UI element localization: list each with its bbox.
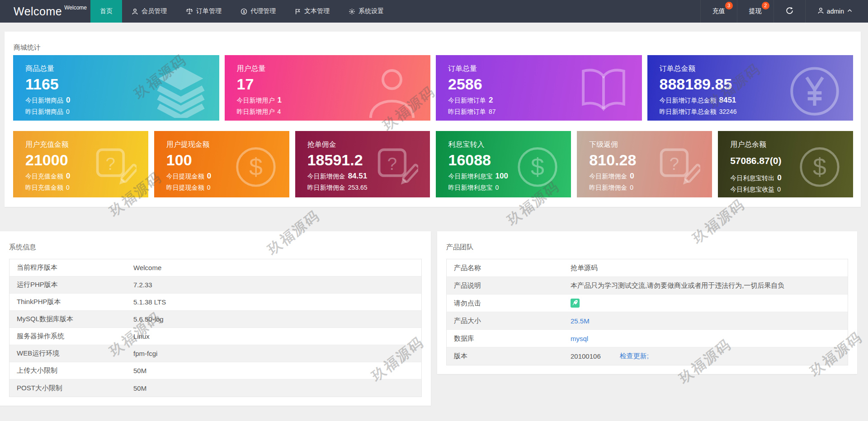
product-team-panel: 产品团队 产品名称 抢单源码产品说明 本产品只为学习测试交流,请勿要做商业或者用… — [437, 231, 857, 374]
dollar-circle-icon: $ — [798, 145, 841, 188]
row-value: 5.6.50-log — [133, 315, 421, 323]
stat-card: 用户总余额57086.87(0)今日利息宝转出0今日利息宝收益0 $ — [718, 131, 853, 197]
help-edit-icon: ? — [375, 145, 418, 188]
admin-menu[interactable]: admin — [805, 0, 868, 23]
recharge-badge: 3 — [725, 2, 733, 9]
stat-card-line-value: 0 — [777, 186, 781, 193]
row-value: 抢单源码 — [571, 264, 598, 272]
nav-item-agents[interactable]: $代理管理 — [231, 0, 285, 23]
refresh-button[interactable] — [774, 0, 805, 23]
stat-card-line-value: 0 — [630, 184, 633, 191]
main-menu: 首页会员管理订单管理$代理管理文本管理系统设置 — [90, 0, 393, 23]
database-link[interactable]: mysql — [571, 335, 588, 342]
withdraw-button[interactable]: 提现 2 — [737, 0, 774, 23]
row-label: POST大小限制 — [9, 384, 133, 393]
recharge-button[interactable]: 充值 3 — [700, 0, 737, 23]
scales-icon — [186, 8, 193, 15]
table-row: 产品名称 抢单源码 — [447, 259, 848, 277]
stat-card-line-value: 0 — [207, 172, 211, 180]
row-value: Linux — [133, 332, 421, 340]
dollar-circle-icon: $ — [234, 145, 278, 188]
help-edit-icon: ? — [93, 145, 137, 188]
dollar-circle-icon: $ — [241, 8, 247, 15]
row-label: MySQL数据库版本 — [9, 315, 133, 323]
row-label: ThinkPHP版本 — [9, 298, 133, 306]
table-row: 上传大小限制 50M — [9, 362, 421, 379]
stat-card-line-value: 0 — [66, 96, 70, 104]
row-label: WEB运行环境 — [9, 349, 133, 358]
flag-icon — [295, 8, 301, 15]
stats-cards-row1: 商品总量1165今日新增商品0昨日新增商品0 用户总量17今日新增用户1昨日新增… — [13, 55, 853, 121]
table-row: 产品说明 本产品只为学习测试交流,请勿要做商业或者用于违法行为,一切后果自负 — [447, 277, 848, 295]
row-value: 7.2.33 — [133, 281, 421, 289]
svg-text:$: $ — [249, 153, 263, 180]
row-label: 上传大小限制 — [9, 366, 133, 375]
stat-card: 用户充值金额21000今日充值金额0昨日充值金额0 ? — [13, 131, 148, 197]
stat-card-line-value: 0 — [495, 184, 499, 191]
table-row: 数据库 mysql — [447, 330, 848, 347]
nav-item-label: 系统设置 — [359, 7, 384, 15]
table-row: 版本 20100106 检查更新; — [447, 347, 848, 365]
nav-item-settings[interactable]: 系统设置 — [339, 0, 393, 23]
layers-icon — [154, 65, 208, 118]
table-row: WEB运行环境 fpm-fcgi — [9, 345, 421, 362]
nav-item-text[interactable]: 文本管理 — [285, 0, 339, 23]
stats-heading: 商城统计 — [14, 43, 41, 52]
stat-card: 用户总量17今日新增用户1昨日新增用户4 — [225, 55, 431, 121]
nav-item-label: 文本管理 — [304, 7, 330, 15]
row-value: 5.1.38 LTS — [133, 298, 421, 306]
nav-item-home[interactable]: 首页 — [90, 0, 122, 23]
admin-username: admin — [827, 8, 844, 15]
stat-card-line-value: 1 — [278, 96, 282, 104]
stat-card: 用户提现金额100今日提现金额0昨日提现金额0 $ — [154, 131, 289, 197]
product-team-table: 产品名称 抢单源码产品说明 本产品只为学习测试交流,请勿要做商业或者用于违法行为… — [446, 259, 848, 365]
row-label: 产品说明 — [447, 281, 571, 290]
user-icon — [817, 7, 824, 15]
stat-card: 订单总量2586今日新增订单2昨日新增订单87 — [436, 55, 642, 121]
top-navbar: Welcome Welcome 首页会员管理订单管理$代理管理文本管理系统设置 … — [0, 0, 868, 23]
nav-item-label: 订单管理 — [196, 7, 222, 15]
row-value: 20100106 — [571, 352, 601, 360]
row-label: 请勿点击 — [447, 299, 571, 308]
stat-card: 商品总量1165今日新增商品0昨日新增商品0 — [13, 55, 219, 121]
do-not-click-button[interactable] — [571, 299, 580, 308]
nav-item-orders[interactable]: 订单管理 — [176, 0, 231, 23]
row-value: 50M — [133, 367, 421, 374]
withdraw-label: 提现 — [749, 7, 762, 15]
row-label: 版本 — [447, 352, 571, 360]
stat-card: 下级返佣810.28今日新增佣金0昨日新增佣金0 ? — [577, 131, 712, 197]
table-row: 请勿点击 — [447, 295, 848, 312]
chevron-up-icon — [847, 8, 853, 15]
svg-text:$: $ — [243, 9, 245, 14]
row-label: 当前程序版本 — [9, 263, 133, 272]
product-team-heading: 产品团队 — [446, 243, 473, 252]
svg-text:$: $ — [531, 153, 544, 180]
recharge-label: 充值 — [712, 7, 725, 15]
dollar-circle-icon: $ — [516, 145, 559, 188]
product-size-link[interactable]: 25.5M — [571, 317, 590, 325]
svg-text:?: ? — [670, 154, 679, 173]
navbar-right: 充值 3 提现 2 admin — [700, 0, 868, 23]
nav-item-label: 会员管理 — [142, 7, 167, 15]
stat-card: 订单总金额888189.85今日新增订单总金额8451昨日新增订单总金额3224… — [647, 55, 854, 121]
app-logo: Welcome Welcome — [0, 0, 90, 23]
system-info-heading: 系统信息 — [9, 243, 36, 252]
table-row: 产品大小 25.5M — [447, 312, 848, 330]
stat-card-line-value: 0 — [630, 172, 634, 180]
gear-icon — [349, 8, 355, 15]
yen-circle-icon — [788, 65, 841, 118]
row-value: fpm-fcgi — [133, 350, 421, 357]
user-icon — [132, 8, 138, 15]
nav-item-members[interactable]: 会员管理 — [122, 0, 176, 23]
row-label: 产品大小 — [447, 317, 571, 325]
check-update-link[interactable]: 检查更新; — [620, 352, 649, 360]
stat-card-line-value: 0 — [777, 173, 781, 182]
table-row: POST大小限制 50M — [9, 379, 421, 397]
stat-card: 抢单佣金18591.2今日新增佣金84.51昨日新增佣金253.65 ? — [295, 131, 430, 197]
table-row: MySQL数据库版本 5.6.50-log — [9, 311, 421, 328]
nav-item-label: 代理管理 — [250, 7, 276, 15]
stat-card-line-value: 32246 — [719, 108, 737, 115]
stat-card-line-value: 100 — [495, 172, 508, 180]
svg-text:?: ? — [387, 154, 397, 173]
stat-card-line-value: 253.65 — [348, 184, 368, 191]
